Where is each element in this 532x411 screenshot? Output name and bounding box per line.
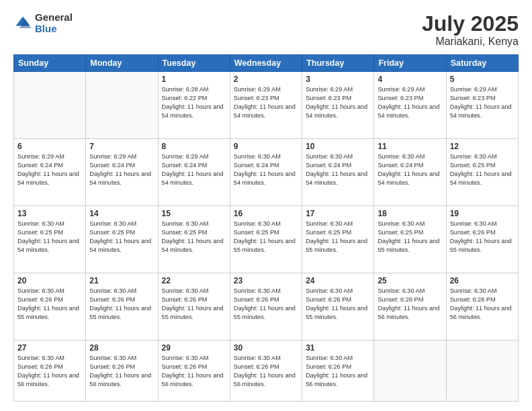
table-row: 15Sunrise: 6:30 AM Sunset: 6:25 PM Dayli…	[158, 206, 230, 273]
day-number: 25	[378, 276, 442, 285]
day-info: Sunrise: 6:29 AM Sunset: 6:24 PM Dayligh…	[162, 152, 226, 187]
day-info: Sunrise: 6:29 AM Sunset: 6:23 PM Dayligh…	[378, 85, 442, 120]
day-info: Sunrise: 6:30 AM Sunset: 6:25 PM Dayligh…	[162, 220, 226, 255]
logo-general: General	[35, 12, 73, 24]
calendar-table: Sunday Monday Tuesday Wednesday Thursday…	[13, 54, 519, 402]
header: General Blue July 2025 Mariakani, Kenya	[13, 12, 519, 48]
day-info: Sunrise: 6:29 AM Sunset: 6:23 PM Dayligh…	[306, 85, 370, 120]
day-info: Sunrise: 6:29 AM Sunset: 6:24 PM Dayligh…	[17, 152, 82, 187]
day-info: Sunrise: 6:30 AM Sunset: 6:25 PM Dayligh…	[234, 220, 298, 255]
day-number: 9	[234, 142, 298, 151]
table-row: 6Sunrise: 6:29 AM Sunset: 6:24 PM Daylig…	[14, 139, 86, 206]
table-row: 8Sunrise: 6:29 AM Sunset: 6:24 PM Daylig…	[158, 139, 230, 206]
col-friday: Friday	[374, 55, 446, 72]
day-number: 19	[450, 209, 515, 218]
day-info: Sunrise: 6:30 AM Sunset: 6:25 PM Dayligh…	[450, 152, 515, 187]
table-row: 18Sunrise: 6:30 AM Sunset: 6:25 PM Dayli…	[374, 206, 446, 273]
day-info: Sunrise: 6:30 AM Sunset: 6:24 PM Dayligh…	[234, 152, 298, 187]
table-row: 17Sunrise: 6:30 AM Sunset: 6:25 PM Dayli…	[302, 206, 374, 273]
day-number: 16	[234, 209, 298, 218]
day-number: 12	[450, 142, 515, 151]
day-number: 1	[162, 75, 226, 84]
table-row: 3Sunrise: 6:29 AM Sunset: 6:23 PM Daylig…	[302, 72, 374, 139]
table-row: 16Sunrise: 6:30 AM Sunset: 6:25 PM Dayli…	[230, 206, 302, 273]
day-info: Sunrise: 6:30 AM Sunset: 6:26 PM Dayligh…	[306, 287, 370, 322]
table-row: 31Sunrise: 6:30 AM Sunset: 6:26 PM Dayli…	[302, 340, 374, 402]
day-number: 8	[162, 142, 226, 151]
col-thursday: Thursday	[302, 55, 374, 72]
title-month: July 2025	[422, 12, 519, 36]
day-number: 20	[17, 276, 82, 285]
day-info: Sunrise: 6:30 AM Sunset: 6:26 PM Dayligh…	[450, 220, 515, 255]
table-row: 13Sunrise: 6:30 AM Sunset: 6:25 PM Dayli…	[14, 206, 86, 273]
day-info: Sunrise: 6:30 AM Sunset: 6:25 PM Dayligh…	[306, 220, 370, 255]
day-number: 18	[378, 209, 442, 218]
table-row: 22Sunrise: 6:30 AM Sunset: 6:26 PM Dayli…	[158, 273, 230, 340]
col-monday: Monday	[86, 55, 158, 72]
day-info: Sunrise: 6:30 AM Sunset: 6:26 PM Dayligh…	[17, 354, 82, 389]
col-saturday: Saturday	[446, 55, 518, 72]
day-info: Sunrise: 6:29 AM Sunset: 6:24 PM Dayligh…	[89, 152, 154, 187]
table-row: 12Sunrise: 6:30 AM Sunset: 6:25 PM Dayli…	[446, 139, 518, 206]
day-number: 10	[306, 142, 370, 151]
day-number: 13	[17, 209, 82, 218]
table-row: 26Sunrise: 6:30 AM Sunset: 6:26 PM Dayli…	[446, 273, 518, 340]
table-row: 30Sunrise: 6:30 AM Sunset: 6:26 PM Dayli…	[230, 340, 302, 402]
day-info: Sunrise: 6:30 AM Sunset: 6:26 PM Dayligh…	[89, 354, 154, 389]
day-number: 2	[234, 75, 298, 84]
table-row: 5Sunrise: 6:29 AM Sunset: 6:23 PM Daylig…	[446, 72, 518, 139]
day-info: Sunrise: 6:30 AM Sunset: 6:25 PM Dayligh…	[378, 220, 442, 255]
day-info: Sunrise: 6:28 AM Sunset: 6:22 PM Dayligh…	[162, 85, 226, 120]
day-number: 23	[234, 276, 298, 285]
day-info: Sunrise: 6:30 AM Sunset: 6:26 PM Dayligh…	[89, 287, 154, 322]
day-info: Sunrise: 6:30 AM Sunset: 6:25 PM Dayligh…	[89, 220, 154, 255]
day-number: 5	[450, 75, 515, 84]
table-row	[86, 72, 158, 139]
day-number: 29	[162, 343, 226, 353]
table-row: 7Sunrise: 6:29 AM Sunset: 6:24 PM Daylig…	[86, 139, 158, 206]
calendar-header-row: Sunday Monday Tuesday Wednesday Thursday…	[14, 55, 519, 72]
table-row: 4Sunrise: 6:29 AM Sunset: 6:23 PM Daylig…	[374, 72, 446, 139]
day-number: 26	[450, 276, 515, 285]
table-row: 10Sunrise: 6:30 AM Sunset: 6:24 PM Dayli…	[302, 139, 374, 206]
day-info: Sunrise: 6:30 AM Sunset: 6:26 PM Dayligh…	[17, 287, 82, 322]
day-info: Sunrise: 6:30 AM Sunset: 6:26 PM Dayligh…	[234, 354, 298, 389]
col-sunday: Sunday	[14, 55, 86, 72]
logo-icon	[13, 14, 32, 33]
day-info: Sunrise: 6:30 AM Sunset: 6:24 PM Dayligh…	[306, 152, 370, 187]
day-info: Sunrise: 6:30 AM Sunset: 6:26 PM Dayligh…	[306, 354, 370, 389]
table-row: 11Sunrise: 6:30 AM Sunset: 6:24 PM Dayli…	[374, 139, 446, 206]
table-row: 28Sunrise: 6:30 AM Sunset: 6:26 PM Dayli…	[86, 340, 158, 402]
day-number: 30	[234, 343, 298, 353]
day-info: Sunrise: 6:30 AM Sunset: 6:26 PM Dayligh…	[378, 287, 442, 322]
table-row: 20Sunrise: 6:30 AM Sunset: 6:26 PM Dayli…	[14, 273, 86, 340]
day-number: 15	[162, 209, 226, 218]
logo-text: General Blue	[35, 12, 73, 34]
day-info: Sunrise: 6:30 AM Sunset: 6:26 PM Dayligh…	[162, 354, 226, 389]
table-row	[14, 72, 86, 139]
table-row: 21Sunrise: 6:30 AM Sunset: 6:26 PM Dayli…	[86, 273, 158, 340]
table-row: 24Sunrise: 6:30 AM Sunset: 6:26 PM Dayli…	[302, 273, 374, 340]
day-info: Sunrise: 6:30 AM Sunset: 6:26 PM Dayligh…	[234, 287, 298, 322]
title-block: July 2025 Mariakani, Kenya	[422, 12, 519, 48]
table-row: 25Sunrise: 6:30 AM Sunset: 6:26 PM Dayli…	[374, 273, 446, 340]
day-info: Sunrise: 6:30 AM Sunset: 6:26 PM Dayligh…	[162, 287, 226, 322]
day-info: Sunrise: 6:30 AM Sunset: 6:25 PM Dayligh…	[17, 220, 82, 255]
table-row: 27Sunrise: 6:30 AM Sunset: 6:26 PM Dayli…	[14, 340, 86, 402]
day-number: 3	[306, 75, 370, 84]
col-tuesday: Tuesday	[158, 55, 230, 72]
table-row: 29Sunrise: 6:30 AM Sunset: 6:26 PM Dayli…	[158, 340, 230, 402]
table-row: 19Sunrise: 6:30 AM Sunset: 6:26 PM Dayli…	[446, 206, 518, 273]
page: General Blue July 2025 Mariakani, Kenya …	[0, 0, 532, 411]
table-row	[374, 340, 446, 402]
day-info: Sunrise: 6:29 AM Sunset: 6:23 PM Dayligh…	[450, 85, 515, 120]
day-info: Sunrise: 6:30 AM Sunset: 6:26 PM Dayligh…	[450, 287, 515, 322]
table-row: 14Sunrise: 6:30 AM Sunset: 6:25 PM Dayli…	[86, 206, 158, 273]
day-info: Sunrise: 6:29 AM Sunset: 6:23 PM Dayligh…	[234, 85, 298, 120]
col-wednesday: Wednesday	[230, 55, 302, 72]
day-number: 7	[89, 142, 154, 151]
title-location: Mariakani, Kenya	[422, 36, 519, 48]
day-number: 27	[17, 343, 82, 353]
day-number: 21	[89, 276, 154, 285]
day-info: Sunrise: 6:30 AM Sunset: 6:24 PM Dayligh…	[378, 152, 442, 187]
